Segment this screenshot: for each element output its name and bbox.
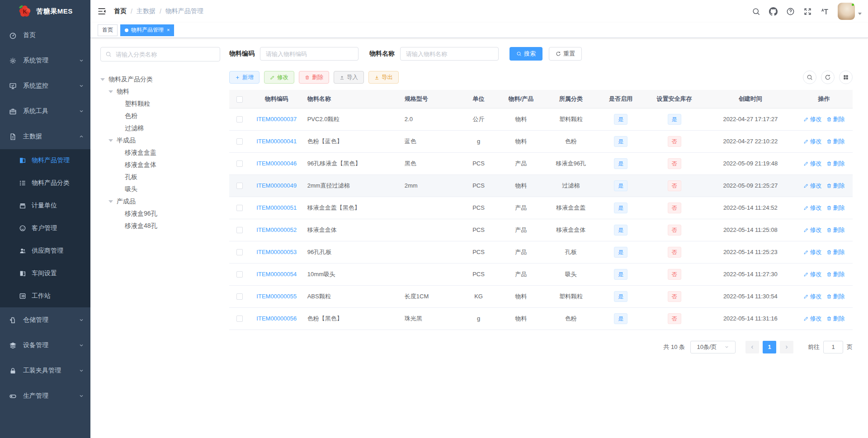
tree-node[interactable]: 过滤棉 xyxy=(100,122,220,134)
close-icon[interactable]: × xyxy=(167,28,170,33)
item-code-link[interactable]: ITEM00000037 xyxy=(256,116,297,122)
sidebar-item-material-product-category[interactable]: 物料产品分类 xyxy=(0,172,90,194)
table-row[interactable]: ITEM00000037 PVC2.0颗粒 2.0 公斤 物料 塑料颗粒 是 是… xyxy=(229,108,853,130)
sidebar-item-workstation[interactable]: 工作站 xyxy=(0,285,90,307)
caret-down-icon[interactable] xyxy=(858,13,862,17)
caret-down-icon[interactable] xyxy=(108,200,113,205)
edit-link[interactable]: 修改 xyxy=(803,270,822,278)
table-row[interactable]: ITEM00000056 色粉【黑色】 珠光黑 g 物料 色粉 是 否 2022… xyxy=(229,307,853,330)
row-checkbox[interactable] xyxy=(236,183,243,189)
material-code-input[interactable] xyxy=(260,47,359,61)
item-code-link[interactable]: ITEM00000054 xyxy=(256,271,297,278)
import-button[interactable]: 导入 xyxy=(334,71,364,84)
sidebar-item-master-data[interactable]: 主数据 xyxy=(0,124,90,149)
add-button[interactable]: 新增 xyxy=(229,71,259,84)
fullscreen-icon[interactable] xyxy=(799,0,816,23)
edit-link[interactable]: 修改 xyxy=(803,292,822,301)
row-checkbox[interactable] xyxy=(236,116,243,122)
table-row[interactable]: ITEM00000053 96孔孔板 PCS 产品 孔板 是 否 2022-05… xyxy=(229,241,853,263)
delete-link[interactable]: 删除 xyxy=(826,115,845,123)
sidebar-item-measure-unit[interactable]: 计量单位 xyxy=(0,194,90,217)
row-checkbox[interactable] xyxy=(236,138,243,145)
sidebar-item-production-mgmt[interactable]: 生产管理 xyxy=(0,383,90,409)
item-code-link[interactable]: ITEM00000052 xyxy=(256,226,297,233)
tree-node[interactable]: 半成品 xyxy=(100,134,220,146)
app-logo[interactable]: K 苦糖果MES xyxy=(0,0,90,23)
tree-node[interactable]: 移液盒96孔 xyxy=(100,207,220,220)
delete-link[interactable]: 删除 xyxy=(826,204,845,212)
tab-home[interactable]: 首页 xyxy=(98,24,118,36)
delete-link[interactable]: 删除 xyxy=(826,292,845,301)
sidebar-item-equipment-mgmt[interactable]: 设备管理 xyxy=(0,333,90,358)
sidebar-item-workshop-settings[interactable]: 车间设置 xyxy=(0,262,90,285)
caret-down-icon[interactable] xyxy=(100,78,105,83)
item-code-link[interactable]: ITEM00000056 xyxy=(256,315,297,322)
row-checkbox[interactable] xyxy=(236,160,243,167)
tree-search-input[interactable] xyxy=(115,51,215,58)
edit-link[interactable]: 修改 xyxy=(803,226,822,234)
item-code-link[interactable]: ITEM00000055 xyxy=(256,293,297,300)
toggle-search-button[interactable] xyxy=(803,71,816,84)
delete-link[interactable]: 删除 xyxy=(826,226,845,234)
delete-link[interactable]: 删除 xyxy=(826,182,845,190)
row-checkbox[interactable] xyxy=(236,227,243,233)
tree-node[interactable]: 塑料颗粒 xyxy=(100,98,220,110)
breadcrumb-home[interactable]: 首页 xyxy=(114,7,127,15)
tree-node[interactable]: 产成品 xyxy=(100,195,220,207)
tree-node[interactable]: 移液盒盒体 xyxy=(100,159,220,171)
next-page-button[interactable] xyxy=(780,341,793,353)
edit-link[interactable]: 修改 xyxy=(803,248,822,256)
search-button[interactable]: 搜索 xyxy=(509,47,542,61)
page-size-select[interactable]: 10条/页 xyxy=(690,341,736,353)
sidebar-item-system-tools[interactable]: 系统工具 xyxy=(0,99,90,124)
sidebar-item-warehouse-mgmt[interactable]: 仓储管理 xyxy=(0,307,90,333)
caret-down-icon[interactable] xyxy=(108,90,113,95)
breadcrumb-master-data[interactable]: 主数据 xyxy=(137,7,156,15)
edit-button[interactable]: 修改 xyxy=(264,71,294,84)
tree-node[interactable]: 物料 xyxy=(100,85,220,98)
question-icon[interactable] xyxy=(782,0,799,23)
refresh-button[interactable] xyxy=(821,71,835,84)
item-code-link[interactable]: ITEM00000041 xyxy=(256,138,297,145)
font-size-icon[interactable] xyxy=(816,0,833,23)
sidebar-item-home[interactable]: 首页 xyxy=(0,23,90,48)
columns-button[interactable] xyxy=(839,71,853,84)
item-code-link[interactable]: ITEM00000051 xyxy=(256,204,297,211)
table-row[interactable]: ITEM00000049 2mm直径过滤棉 2mm PCS 物料 过滤棉 是 否… xyxy=(229,174,853,197)
table-row[interactable]: ITEM00000052 移液盒盒体 PCS 产品 移液盒盒体 是 否 2022… xyxy=(229,219,853,241)
table-row[interactable]: ITEM00000051 移液盒盒盖【黑色】 PCS 产品 移液盒盒盖 是 否 … xyxy=(229,197,853,219)
sidebar-item-supplier-mgmt[interactable]: 供应商管理 xyxy=(0,240,90,262)
item-code-link[interactable]: ITEM00000049 xyxy=(256,182,297,189)
tree-node[interactable]: 孔板 xyxy=(100,171,220,183)
tree-node[interactable]: 移液盒48孔 xyxy=(100,220,220,232)
delete-link[interactable]: 删除 xyxy=(826,160,845,168)
delete-link[interactable]: 删除 xyxy=(826,248,845,256)
tree-node[interactable]: 色粉 xyxy=(100,110,220,122)
tree-node[interactable]: 物料及产品分类 xyxy=(100,73,220,85)
table-row[interactable]: ITEM00000055 ABS颗粒 长度1CM KG 物料 塑料颗粒 是 否 … xyxy=(229,285,853,307)
table-row[interactable]: ITEM00000041 色粉【蓝色】 蓝色 g 物料 色粉 是 否 2022-… xyxy=(229,130,853,152)
row-checkbox[interactable] xyxy=(236,249,243,255)
current-page[interactable]: 1 xyxy=(763,341,776,353)
sidebar-item-system-admin[interactable]: 系统管理 xyxy=(0,48,90,73)
edit-link[interactable]: 修改 xyxy=(803,115,822,123)
prev-page-button[interactable] xyxy=(745,341,759,353)
tree-node[interactable]: 移液盒盒盖 xyxy=(100,146,220,159)
goto-page-input[interactable] xyxy=(823,341,843,353)
edit-link[interactable]: 修改 xyxy=(803,137,822,146)
delete-button[interactable]: 删除 xyxy=(299,71,329,84)
material-name-input[interactable] xyxy=(400,47,499,61)
edit-link[interactable]: 修改 xyxy=(803,204,822,212)
github-icon[interactable] xyxy=(764,0,782,23)
item-code-link[interactable]: ITEM00000053 xyxy=(256,249,297,255)
row-checkbox[interactable] xyxy=(236,293,243,300)
caret-down-icon[interactable] xyxy=(108,139,113,144)
row-checkbox[interactable] xyxy=(236,316,243,322)
sidebar-item-fixture-mgmt[interactable]: 工装夹具管理 xyxy=(0,358,90,383)
item-code-link[interactable]: ITEM00000046 xyxy=(256,160,297,167)
edit-link[interactable]: 修改 xyxy=(803,315,822,323)
sidebar-fold-icon[interactable] xyxy=(97,7,106,16)
row-checkbox[interactable] xyxy=(236,205,243,211)
delete-link[interactable]: 删除 xyxy=(826,315,845,323)
delete-link[interactable]: 删除 xyxy=(826,137,845,146)
